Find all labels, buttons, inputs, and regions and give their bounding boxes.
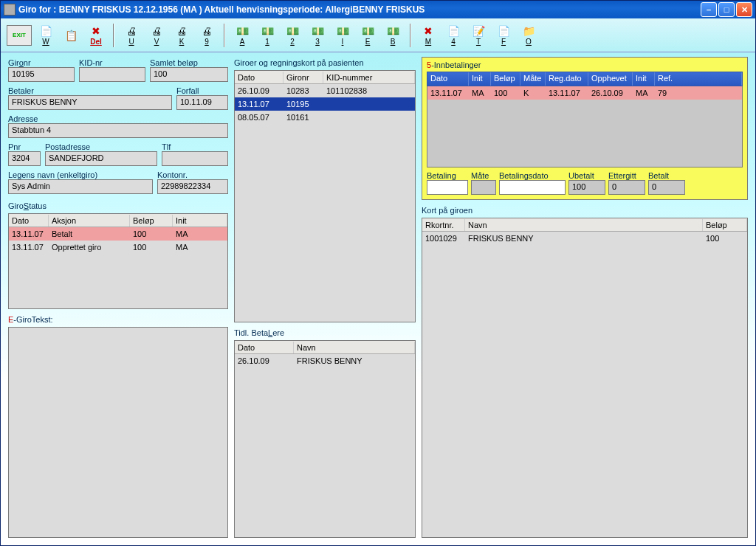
table-row[interactable]: 26.10.0910283101102838 [235,84,415,97]
kort-head: Rkortnr. Navn Beløp [422,218,747,232]
pnr-label: Pnr [8,142,41,151]
tool-a[interactable]: 💵A [231,24,253,46]
adresse-input[interactable]: Stabbtun 4 [8,123,228,138]
toolbar: EXIT 📄W 📋 ✖Del 🖨U 🖨V 🖨K 🖨9 💵A 💵1 💵2 💵3 💵… [1,18,755,52]
tidl-table[interactable]: Dato Navn 26.10.09FRISKUS BENNY [234,340,416,538]
ettergitt-input[interactable]: 0 [608,180,645,195]
giroer-table[interactable]: Dato Gironr KID-nummer 26.10.09102831011… [234,70,416,322]
tool-v[interactable]: 🖨V [145,24,168,46]
innb-head: Dato Init Beløp Måte Reg.dato Opphevet I… [427,72,743,86]
kontonr-input[interactable]: 22989822334 [157,179,228,194]
tool-b[interactable]: 💵B [382,24,404,46]
tlf-input[interactable] [162,151,228,166]
mate-input[interactable] [471,180,496,195]
ettergitt-label: Ettergitt [608,171,645,180]
middle-column: Giroer og regningskort på pasienten Dato… [234,57,416,538]
innb-label: 5-Innbetalinger [427,61,743,69]
betaling-label: Betaling [427,171,468,180]
betdato-label: Betalingsdato [499,171,566,180]
tool-4[interactable]: 📄4 [442,24,464,46]
ubetalt-input[interactable]: 100 [568,180,605,195]
tool-2[interactable]: 💵2 [281,24,303,46]
tool-u[interactable]: 🖨U [120,24,142,46]
toolbar-sep-2 [224,24,225,47]
window-title: Giro for : BENNY FRISKUS 12.12.1956 (MA … [18,4,701,15]
tool-w[interactable]: 📄W [35,24,57,46]
legens-label: Legens navn (enkeltgiro) [8,170,153,179]
table-row[interactable]: 08.05.0710161 [235,111,415,124]
toolbar-sep-3 [410,24,411,47]
ubetalt-label: Ubetalt [568,171,605,180]
betaler-label: Betaler [8,86,172,95]
table-row[interactable]: 26.10.09FRISKUS BENNY [235,354,415,367]
tool-o[interactable]: 📁O [518,24,540,46]
tool-9[interactable]: 🖨9 [196,24,218,46]
girostatus-label: GiroStatus [8,201,228,210]
tool-del[interactable]: ✖Del [85,24,107,46]
innbetalinger-panel: 5-Innbetalinger Dato Init Beløp Måte Reg… [422,57,748,200]
adresse-label: Adresse [8,114,228,123]
betaling-input[interactable] [427,180,468,195]
left-column: Gironr 10195 KID-nr Samlet beløp 100 Bet… [8,57,228,538]
tool-1[interactable]: 💵1 [256,24,278,46]
innb-table[interactable]: 13.11.07MA100K13.11.0726.10.09MA79 [427,86,743,167]
exit-button[interactable]: EXIT [7,25,32,46]
forfall-input[interactable]: 10.11.09 [176,95,228,110]
post-label: Postadresse [45,142,157,151]
girostatus-head: Dato Aksjon Beløp Init [9,214,227,227]
giroer-head: Dato Gironr KID-nummer [235,71,415,84]
samlet-input[interactable]: 100 [150,67,228,82]
maximize-button[interactable]: □ [718,2,735,17]
close-button[interactable]: ✕ [736,2,752,17]
table-row[interactable]: 13.11.07MA100K13.11.0726.10.09MA79 [427,86,742,100]
app-window: Giro for : BENNY FRISKUS 12.12.1956 (MA … [0,0,756,546]
kid-input[interactable] [79,67,145,82]
toolbar-sep-1 [113,24,114,47]
tidl-head: Dato Navn [235,341,415,354]
tlf-label: Tlf [162,142,228,151]
betdato-input[interactable] [499,180,566,195]
egiro-label: E-GiroTekst: [8,315,228,324]
tool-f[interactable]: 📄F [492,24,515,46]
betalt-label: Betalt [648,171,685,180]
content-area: Gironr 10195 KID-nr Samlet beløp 100 Bet… [1,52,755,545]
gironr-label: Gironr [8,58,75,67]
pnr-input[interactable]: 3204 [8,151,41,166]
kort-table[interactable]: Rkortnr. Navn Beløp 1001029FRISKUS BENNY… [422,218,748,538]
betaler-input[interactable]: FRISKUS BENNY [8,95,172,110]
kort-label: Kort på giroen [422,206,748,215]
samlet-label: Samlet beløp [150,58,228,67]
forfall-label: Forfall [176,86,228,95]
post-input[interactable]: SANDEFJORD [45,151,157,166]
legens-input[interactable]: Sys Admin [8,179,153,194]
betalt-input[interactable]: 0 [648,180,685,195]
tool-i[interactable]: 💵I [331,24,354,46]
kid-label: KID-nr [79,58,145,67]
table-row[interactable]: 13.11.0710195 [235,97,415,111]
table-row[interactable]: 13.11.07Betalt100MA [9,227,227,241]
egiro-textarea[interactable] [8,327,228,538]
tool-3[interactable]: 💵3 [306,24,329,46]
tidl-label: Tidl. BetaLere [234,328,416,337]
right-column: 5-Innbetalinger Dato Init Beløp Måte Reg… [422,57,748,538]
mate-label: Måte [471,171,496,180]
gironr-input[interactable]: 10195 [8,67,75,82]
tool-k[interactable]: 🖨K [171,24,193,46]
girostatus-table[interactable]: Dato Aksjon Beløp Init 13.11.07Betalt100… [8,213,228,309]
tool-e[interactable]: 💵E [357,24,379,46]
giroer-label: Giroer og regningskort på pasienten [234,58,416,67]
titlebar: Giro for : BENNY FRISKUS 12.12.1956 (MA … [1,1,755,18]
app-icon [4,4,16,15]
tool-m[interactable]: ✖M [417,24,439,46]
tool-blank[interactable]: 📋 [60,29,82,42]
table-row[interactable]: 13.11.07Opprettet giro100MA [9,241,227,254]
tool-t[interactable]: 📝T [467,24,489,46]
kontonr-label: Kontonr. [157,170,228,179]
minimize-button[interactable]: – [701,2,717,17]
table-row[interactable]: 1001029FRISKUS BENNY100 [422,232,747,245]
